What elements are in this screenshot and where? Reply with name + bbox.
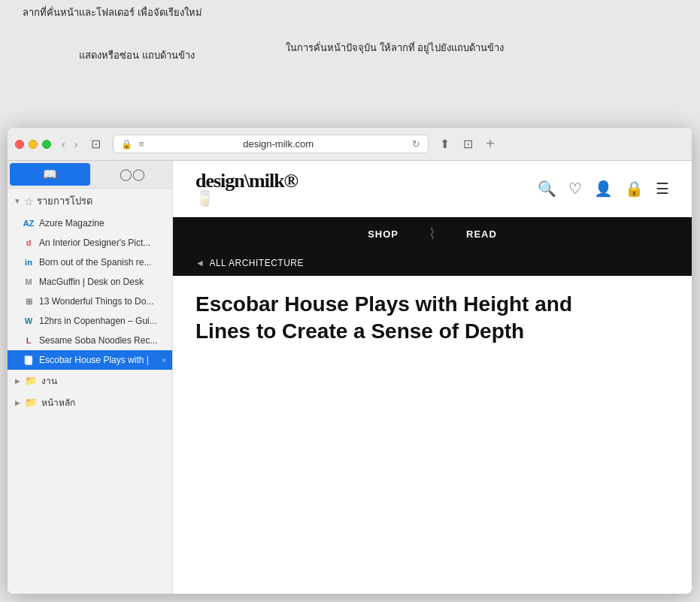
sidebar: 📖 ◯◯ ▼ ☆ รายการโปรด AZAzure MagazinedAn … — [8, 161, 173, 594]
item-title-born: Born out of the Spanish re... — [39, 257, 166, 268]
nav-shop[interactable]: SHOP — [338, 217, 429, 250]
favicon-born: in — [23, 256, 35, 268]
titlebar: ‹ › ⊡ 🔒 ≡ design-milk.com ↻ ⬆ ⊡ + — [8, 128, 692, 161]
item-close-escobar[interactable]: × — [162, 356, 166, 365]
item-title-sesame: Sesame Soba Noodles Rec... — [39, 335, 166, 346]
tab-reading-list[interactable]: ◯◯ — [92, 161, 173, 188]
favorites-icon[interactable]: ♡ — [568, 180, 582, 198]
sidebar-tabs: 📖 ◯◯ — [8, 161, 172, 189]
sidebar-items-list: AZAzure MagazinedAn Interior Designer's … — [8, 213, 172, 370]
folder-icon-home: 📁 — [25, 397, 37, 408]
account-icon[interactable]: 👤 — [594, 180, 613, 198]
annotation-drag-bookmarks: ลากที่คั่นหน้าและโฟลเดอร์ เพื่อจัดเรียงใ… — [23, 6, 202, 20]
favorites-label: รายการโปรด — [37, 193, 92, 209]
sidebar-item-12hrs[interactable]: W12hrs in Copenhagen – Gui... — [8, 311, 172, 331]
sidebar-toggle-button[interactable]: ⊡ — [86, 135, 105, 153]
favorites-arrow: ▼ — [14, 197, 21, 205]
lock-icon: 🔒 — [121, 139, 132, 150]
favorites-section[interactable]: ▼ ☆ รายการโปรด — [8, 189, 172, 213]
annotation-drag-current: ในการคั่นหน้าปัจจุบัน ให้ลากที่ อยู่ไปยั… — [286, 41, 504, 55]
cart-icon[interactable]: 🔒 — [625, 180, 644, 198]
folder-work[interactable]: ▶📁งาน — [8, 370, 172, 392]
nav-separator: ⌇ — [429, 225, 436, 243]
tab-overview-button[interactable]: ⊡ — [459, 135, 477, 153]
titlebar-actions: ⬆ ⊡ + — [436, 135, 498, 153]
url-bar: 🔒 ≡ design-milk.com ↻ — [113, 135, 429, 153]
close-button[interactable] — [15, 140, 24, 149]
site-nav: SHOP ⌇ READ — [173, 217, 692, 250]
folder-label-home: หน้าหลัก — [41, 395, 75, 410]
article-content: ◄ ALL ARCHITECTURE Escobar House Plays w… — [173, 250, 692, 368]
minimize-button[interactable] — [29, 140, 38, 149]
item-title-interior: An Interior Designer's Pict... — [39, 237, 166, 248]
sidebar-item-macguffin[interactable]: MMacGuffin | Desk on Desk — [8, 272, 172, 292]
favicon-13wonderful: ⊞ — [23, 295, 35, 307]
site-nav-icons: 🔍 ♡ 👤 🔒 ☰ — [538, 180, 669, 198]
menu-icon[interactable]: ☰ — [656, 180, 669, 198]
favicon-escobar: 📑 — [23, 354, 35, 366]
folder-home[interactable]: ▶📁หน้าหลัก — [8, 392, 172, 413]
sidebar-item-sesame[interactable]: LSesame Soba Noodles Rec... — [8, 331, 172, 350]
traffic-lights — [15, 140, 51, 149]
reader-icon: ≡ — [138, 138, 144, 150]
sidebar-folders-list: ▶📁งาน▶📁หน้าหลัก — [8, 370, 172, 413]
bookmarks-icon: 📖 — [43, 168, 57, 180]
tab-bookmarks[interactable]: 📖 — [10, 163, 90, 186]
breadcrumb-arrow: ◄ — [195, 258, 205, 268]
sidebar-item-azure[interactable]: AZAzure Magazine — [8, 213, 172, 233]
folder-arrow-home: ▶ — [15, 399, 20, 407]
main-area: 📖 ◯◯ ▼ ☆ รายการโปรด AZAzure MagazinedAn … — [8, 161, 692, 594]
sidebar-item-escobar[interactable]: 📑Escobar House Plays with |× — [8, 350, 172, 370]
maximize-button[interactable] — [42, 140, 51, 149]
sidebar-item-13wonderful[interactable]: ⊞13 Wonderful Things to Do... — [8, 292, 172, 311]
favicon-12hrs: W — [23, 315, 35, 327]
item-title-13wonderful: 13 Wonderful Things to Do... — [39, 296, 166, 307]
article-title: Escobar House Plays with Height and Line… — [195, 291, 632, 346]
browser-window: ‹ › ⊡ 🔒 ≡ design-milk.com ↻ ⬆ ⊡ + 📖 ◯◯ — [8, 128, 692, 594]
refresh-icon[interactable]: ↻ — [412, 138, 420, 150]
new-tab-button[interactable]: + — [483, 135, 498, 153]
item-title-azure: Azure Magazine — [39, 218, 166, 228]
breadcrumb-bar: ◄ ALL ARCHITECTURE — [173, 250, 692, 276]
sidebar-items: ▼ ☆ รายการโปรด AZAzure MagazinedAn Inter… — [8, 189, 172, 594]
back-button[interactable]: ‹ — [59, 137, 68, 152]
logo-icon: 🥛 — [195, 189, 214, 207]
forward-button[interactable]: › — [71, 137, 81, 152]
site-header: design\milk® 🥛 🔍 ♡ 👤 🔒 ☰ — [173, 161, 692, 217]
sidebar-item-interior[interactable]: dAn Interior Designer's Pict... — [8, 233, 172, 253]
nav-arrows: ‹ › — [59, 137, 80, 152]
nav-read[interactable]: READ — [436, 217, 527, 250]
web-content: design\milk® 🥛 🔍 ♡ 👤 🔒 ☰ SHOP ⌇ READ — [173, 161, 692, 594]
item-title-12hrs: 12hrs in Copenhagen – Gui... — [39, 316, 166, 326]
share-button[interactable]: ⬆ — [436, 135, 453, 153]
favicon-azure: AZ — [23, 217, 35, 229]
favicon-interior: d — [23, 237, 35, 249]
site-logo: design\milk® 🥛 — [195, 170, 298, 207]
favorites-star: ☆ — [24, 195, 34, 207]
folder-icon-work: 📁 — [25, 375, 37, 386]
annotation-show-hide: แสดงหรือซ่อน แถบด้านข้าง — [79, 49, 195, 62]
url-text[interactable]: design-milk.com — [150, 138, 406, 150]
folder-label-work: งาน — [41, 374, 57, 388]
item-title-macguffin: MacGuffin | Desk on Desk — [39, 277, 166, 287]
reading-list-icon: ◯◯ — [120, 168, 145, 180]
favicon-macguffin: M — [23, 276, 35, 288]
sidebar-item-born[interactable]: inBorn out of the Spanish re... — [8, 253, 172, 272]
favicon-sesame: L — [23, 334, 35, 346]
folder-arrow-work: ▶ — [15, 377, 20, 385]
search-icon[interactable]: 🔍 — [538, 180, 556, 198]
item-title-escobar: Escobar House Plays with | — [39, 355, 156, 365]
breadcrumb-text[interactable]: ALL ARCHITECTURE — [209, 258, 304, 268]
